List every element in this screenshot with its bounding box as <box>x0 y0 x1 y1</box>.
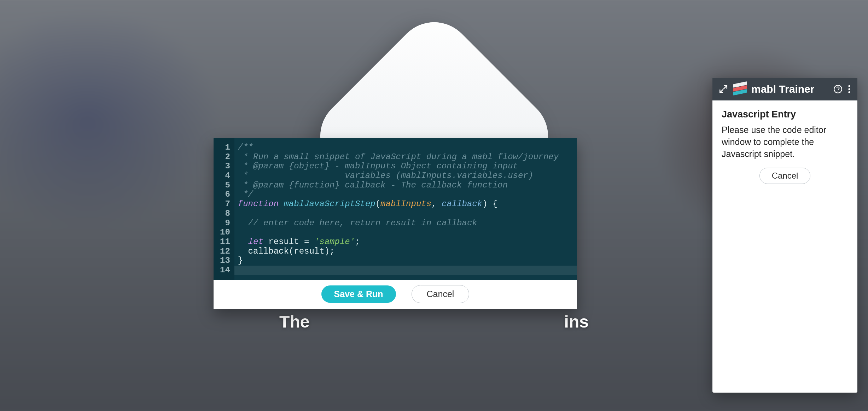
line-number: 1 <box>220 143 230 152</box>
editor-footer: Save & Run Cancel <box>214 280 577 309</box>
code-line[interactable]: /** <box>238 143 571 152</box>
help-icon[interactable] <box>833 85 843 94</box>
expand-icon[interactable] <box>719 85 728 94</box>
code-line[interactable]: callback(result); <box>238 247 571 256</box>
line-number: 14 <box>220 266 230 275</box>
svg-point-1 <box>838 91 838 92</box>
line-number: 3 <box>220 162 230 171</box>
trainer-title-wrap: mabl Trainer <box>733 83 828 95</box>
hero-text-left: The <box>279 312 309 331</box>
hero-text-right: ins <box>564 312 589 331</box>
line-number: 10 <box>220 228 230 237</box>
save-run-button[interactable]: Save & Run <box>321 285 396 303</box>
hero-headline: The ins <box>279 312 589 331</box>
code-content[interactable]: /** * Run a small snippet of JavaScript … <box>234 138 577 280</box>
trainer-header: mabl Trainer <box>712 78 857 100</box>
trainer-panel: mabl Trainer Javascript Entry Please use… <box>712 78 857 393</box>
trainer-panel-text: Please use the code editor window to com… <box>722 124 848 160</box>
code-editor-modal: 1234567891011121314 /** * Run a small sn… <box>214 138 577 309</box>
line-number: 11 <box>220 237 230 247</box>
more-icon[interactable] <box>847 85 851 94</box>
code-line[interactable]: // enter code here, return result in cal… <box>238 219 571 228</box>
line-number: 13 <box>220 256 230 266</box>
code-line[interactable]: * variables (mablInputs.variables.user) <box>238 171 571 181</box>
mabl-logo-icon <box>733 83 747 95</box>
line-number-gutter: 1234567891011121314 <box>214 138 234 280</box>
trainer-panel-heading: Javascript Entry <box>722 109 848 120</box>
code-line[interactable] <box>238 209 571 219</box>
editor-cancel-button[interactable]: Cancel <box>412 285 470 303</box>
line-number: 8 <box>220 209 230 219</box>
code-line[interactable]: } <box>238 256 571 266</box>
svg-point-3 <box>848 88 850 90</box>
svg-point-2 <box>848 85 850 87</box>
code-line[interactable]: * @param {object} - mablInputs Object co… <box>238 162 571 171</box>
line-number: 12 <box>220 247 230 256</box>
line-number: 2 <box>220 152 230 162</box>
code-line[interactable]: let result = 'sample'; <box>238 237 571 247</box>
code-line[interactable] <box>238 266 571 275</box>
code-line[interactable]: */ <box>238 190 571 199</box>
line-number: 6 <box>220 190 230 199</box>
line-number: 5 <box>220 181 230 190</box>
code-line[interactable]: * Run a small snippet of JavaScript duri… <box>238 152 571 162</box>
code-line[interactable] <box>238 228 571 237</box>
line-number: 4 <box>220 171 230 181</box>
code-line[interactable]: * @param {function} callback - The callb… <box>238 181 571 190</box>
trainer-body: Javascript Entry Please use the code edi… <box>712 100 857 192</box>
svg-point-4 <box>848 91 850 93</box>
code-line[interactable]: function mablJavaScriptStep(mablInputs, … <box>238 199 571 209</box>
trainer-cancel-button[interactable]: Cancel <box>759 168 811 184</box>
code-editor[interactable]: 1234567891011121314 /** * Run a small sn… <box>214 138 577 280</box>
line-number: 9 <box>220 219 230 228</box>
line-number: 7 <box>220 199 230 209</box>
trainer-title: mabl Trainer <box>751 83 814 95</box>
